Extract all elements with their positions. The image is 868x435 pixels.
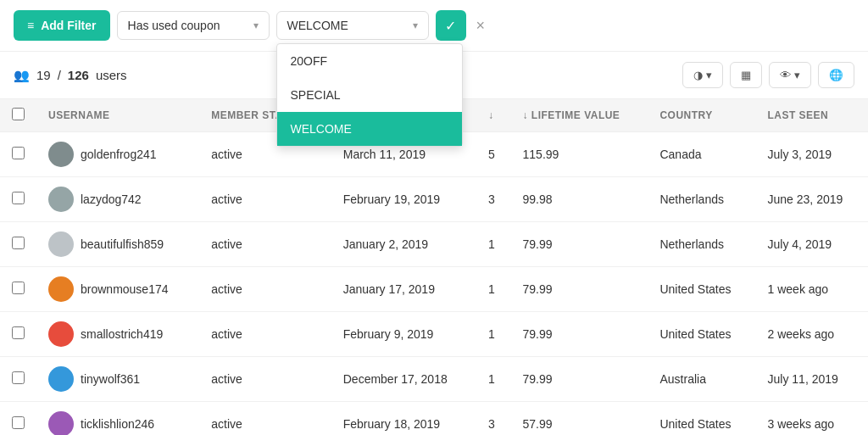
total-count: 126 xyxy=(68,68,89,82)
coupon-dropdown-menu: 20OFF SPECIAL WELCOME xyxy=(276,43,463,147)
row-country: United States xyxy=(648,267,755,312)
row-username-cell: ticklishlion246 xyxy=(36,402,199,436)
close-icon: × xyxy=(476,17,486,34)
coupon-dropdown-container: WELCOME ▾ 20OFF SPECIAL WELCOME xyxy=(276,11,429,40)
row-checkbox-cell[interactable] xyxy=(0,312,36,357)
avatar xyxy=(48,231,74,257)
row-member-status: active xyxy=(199,357,331,402)
chart-icon: ◑ xyxy=(693,69,703,81)
row-last-seen: June 23, 2019 xyxy=(756,177,868,222)
globe-icon: 🌐 xyxy=(829,69,843,81)
row-checkbox[interactable] xyxy=(12,371,25,384)
filter-type-label: Has used coupon xyxy=(128,19,247,32)
row-checkbox-cell[interactable] xyxy=(0,132,36,177)
row-last-seen: July 3, 2019 xyxy=(756,132,868,177)
username: goldenfrog241 xyxy=(81,148,157,161)
coupon-option-special[interactable]: SPECIAL xyxy=(277,78,462,112)
row-username-cell: smallostrich419 xyxy=(36,312,199,357)
row-member-status: active xyxy=(199,177,331,222)
filter-type-dropdown[interactable]: Has used coupon ▾ xyxy=(117,11,270,40)
add-filter-label: Add Filter xyxy=(41,19,96,32)
row-transactions: 3 xyxy=(476,402,511,436)
row-username-cell: beautifulfish859 xyxy=(36,222,199,267)
confirm-filter-button[interactable]: ✓ xyxy=(436,10,466,41)
username: brownmouse174 xyxy=(81,282,169,296)
row-first-transaction: January 17, 2019 xyxy=(331,267,476,312)
coupon-option-welcome[interactable]: WELCOME xyxy=(277,112,462,146)
row-last-seen: July 4, 2019 xyxy=(756,222,868,267)
coupon-option-20off[interactable]: 20OFF xyxy=(277,44,462,78)
row-transactions: 1 xyxy=(476,357,511,402)
table-icon: ▦ xyxy=(741,69,751,81)
row-lifetime-value: 79.99 xyxy=(511,357,648,402)
chart-view-button[interactable]: ◑ ▾ xyxy=(682,62,723,88)
row-checkbox[interactable] xyxy=(12,192,25,204)
row-username-cell: lazydog742 xyxy=(36,177,199,222)
table-view-button[interactable]: ▦ xyxy=(730,62,762,88)
row-username-cell: goldenfrog241 xyxy=(36,132,199,177)
username: ticklishlion246 xyxy=(81,417,154,431)
confirm-icon: ✓ xyxy=(445,18,456,34)
row-checkbox[interactable] xyxy=(12,326,25,339)
count-separator: / xyxy=(58,68,61,82)
eye-arrow: ▾ xyxy=(794,69,800,81)
row-member-status: active xyxy=(199,402,331,436)
row-checkbox-cell[interactable] xyxy=(0,357,36,402)
username: tinywolf361 xyxy=(81,372,140,386)
row-member-status: active xyxy=(199,267,331,312)
avatar xyxy=(48,321,74,347)
row-country: Australia xyxy=(648,357,755,402)
eye-icon: 👁 xyxy=(780,69,791,81)
coupon-value-dropdown[interactable]: WELCOME ▾ xyxy=(276,11,429,40)
top-bar: ≡ Add Filter Has used coupon ▾ WELCOME ▾… xyxy=(0,0,868,52)
close-filter-button[interactable]: × xyxy=(473,14,489,38)
username: lazydog742 xyxy=(81,192,142,206)
row-member-status: active xyxy=(199,222,331,267)
row-country: Canada xyxy=(648,132,755,177)
globe-button[interactable]: 🌐 xyxy=(818,62,854,88)
lifetime-value-column-header: ↓ LIFETIME VALUE xyxy=(511,99,648,132)
row-first-transaction: February 19, 2019 xyxy=(331,177,476,222)
row-transactions: 1 xyxy=(476,312,511,357)
chart-arrow: ▾ xyxy=(706,69,712,81)
row-lifetime-value: 79.99 xyxy=(511,312,648,357)
row-country: United States xyxy=(648,402,755,436)
row-transactions: 1 xyxy=(476,222,511,267)
eye-view-button[interactable]: 👁 ▾ xyxy=(769,62,811,88)
select-all-checkbox[interactable] xyxy=(12,108,25,120)
users-icon: 👥 xyxy=(14,68,30,83)
users-count: 👥 19 / 126 users xyxy=(14,68,127,83)
row-username-cell: tinywolf361 xyxy=(36,357,199,402)
row-checkbox-cell[interactable] xyxy=(0,267,36,312)
current-count: 19 xyxy=(36,68,51,82)
last-seen-column-header: LAST SEEN xyxy=(756,99,868,132)
table-row: tinywolf361 active December 17, 2018 1 7… xyxy=(0,357,868,402)
row-country: United States xyxy=(648,312,755,357)
row-checkbox[interactable] xyxy=(12,282,25,294)
transactions-column-header: ↓ xyxy=(476,99,511,132)
coupon-arrow-icon: ▾ xyxy=(413,20,418,31)
table-row: smallostrich419 active February 9, 2019 … xyxy=(0,312,868,357)
add-filter-button[interactable]: ≡ Add Filter xyxy=(14,10,110,41)
row-checkbox-cell[interactable] xyxy=(0,177,36,222)
avatar xyxy=(48,187,74,212)
table-body: goldenfrog241 active March 11, 2019 5 11… xyxy=(0,132,868,436)
row-checkbox[interactable] xyxy=(12,416,25,429)
filter-type-arrow: ▾ xyxy=(253,20,259,31)
row-checkbox[interactable] xyxy=(12,237,25,249)
row-checkbox[interactable] xyxy=(12,147,25,159)
row-first-transaction: January 2, 2019 xyxy=(331,222,476,267)
table-row: lazydog742 active February 19, 2019 3 99… xyxy=(0,177,868,222)
row-first-transaction: February 9, 2019 xyxy=(331,312,476,357)
row-lifetime-value: 99.98 xyxy=(511,177,648,222)
table-row: beautifulfish859 active January 2, 2019 … xyxy=(0,222,868,267)
username-column-header: USERNAME xyxy=(36,99,199,132)
avatar xyxy=(48,142,74,167)
toolbar-right: ◑ ▾ ▦ 👁 ▾ 🌐 xyxy=(682,62,854,88)
avatar xyxy=(48,366,74,392)
users-table: USERNAME MEMBER STATUS FIRST T… ↓ ↓ LIFE… xyxy=(0,98,868,435)
avatar xyxy=(48,411,74,435)
coupon-selected-label: WELCOME xyxy=(287,19,406,32)
row-checkbox-cell[interactable] xyxy=(0,222,36,267)
row-checkbox-cell[interactable] xyxy=(0,402,36,436)
